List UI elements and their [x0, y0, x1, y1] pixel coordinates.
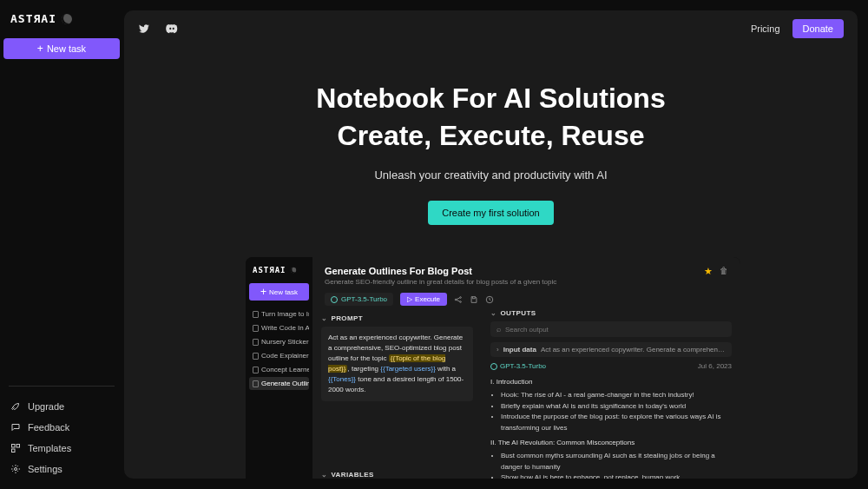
document-icon	[253, 325, 259, 332]
outline-bullet: Briefly explain what AI is and its signi…	[501, 401, 732, 413]
svg-point-3	[15, 468, 17, 471]
pricing-link[interactable]: Pricing	[751, 23, 780, 34]
play-icon: ▷	[407, 295, 412, 303]
preview-new-task-button[interactable]: + New task	[249, 283, 309, 301]
divider	[9, 386, 115, 387]
svg-point-5	[460, 296, 462, 298]
preview-task-item[interactable]: Turn Image to Ima…	[249, 307, 309, 320]
preview-brand-logo: ASTЯAI	[253, 266, 286, 274]
plus-icon: +	[37, 43, 43, 54]
star-icon[interactable]: ★	[704, 266, 713, 277]
preview-task-item[interactable]: Write Code In Any…	[249, 321, 309, 334]
svg-rect-2	[12, 449, 16, 453]
preview-task-item[interactable]: Generate Outlines…	[249, 377, 309, 390]
outline-bullet: Hook: The rise of AI - a real game-chang…	[501, 390, 732, 401]
main-panel: Pricing Donate Notebook For AI Solutions…	[124, 10, 858, 479]
app-sidebar: ASTЯAI + New task Upgrade Feedback Templ…	[0, 0, 123, 489]
templates-icon	[10, 443, 21, 453]
search-output-box[interactable]: ⌕	[490, 321, 732, 337]
chat-icon	[10, 422, 21, 433]
outline-bullet: Bust common myths surrounding AI such as…	[501, 451, 732, 473]
outline-bullet: Show how AI is here to enhance, not repl…	[501, 472, 732, 479]
document-icon	[253, 353, 259, 360]
preview-task-subtitle: Generate SEO-friendly outline in great d…	[325, 278, 556, 286]
theme-toggle-icon[interactable]	[62, 14, 72, 24]
sidebar-item-settings[interactable]: Settings	[9, 461, 115, 477]
brand-logo: ASTЯAI	[10, 12, 56, 25]
search-output-input[interactable]	[505, 326, 726, 334]
preview-task-item[interactable]: Code Explainer	[249, 349, 309, 362]
hero-title-line2: Create, Execute, Reuse	[338, 120, 645, 151]
prompt-editor[interactable]: Act as an experienced copywriter. Genera…	[321, 327, 473, 401]
save-icon[interactable]	[470, 295, 478, 304]
output-date: Jul 6, 2023	[698, 362, 732, 370]
preview-theme-toggle-icon[interactable]	[290, 268, 295, 273]
preview-task-item[interactable]: Nursery Stickers D…	[249, 335, 309, 348]
outline-bullet: Introduce the purpose of the blog post: …	[501, 412, 732, 434]
chevron-down-icon[interactable]: ⌄	[321, 314, 327, 322]
document-icon	[253, 339, 259, 346]
document-icon	[253, 367, 259, 373]
svg-point-4	[455, 299, 457, 301]
twitter-icon[interactable]	[138, 23, 150, 35]
create-first-solution-button[interactable]: Create my first solution	[428, 201, 553, 225]
discord-icon[interactable]	[166, 23, 178, 35]
svg-rect-0	[12, 445, 16, 448]
model-ring-icon	[331, 296, 338, 303]
hero-subtitle: Unleash your creativity and productivity…	[124, 169, 858, 182]
preview-sidebar: ASTЯAI + New task Turn Image to Ima…Writ…	[246, 257, 312, 479]
donate-button[interactable]: Donate	[792, 19, 844, 38]
chevron-right-icon: ›	[496, 346, 499, 354]
svg-point-6	[460, 301, 462, 302]
preview-task-title: Generate Outlines For Blog Post	[325, 266, 556, 276]
trash-icon[interactable]: 🗑	[720, 266, 728, 277]
history-icon[interactable]	[485, 295, 494, 304]
input-data-row[interactable]: › Input data Act as an experienced copyw…	[490, 342, 732, 357]
document-icon	[253, 311, 259, 318]
product-preview: ASTЯAI + New task Turn Image to Ima…Writ…	[246, 257, 740, 479]
hero-title-line1: Notebook For AI Solutions	[316, 83, 665, 114]
plus-icon: +	[260, 287, 266, 297]
model-chip[interactable]: GPT-3.5-Turbo	[325, 293, 393, 306]
rocket-icon	[10, 401, 21, 412]
document-icon	[253, 380, 259, 387]
model-ring-icon	[490, 363, 497, 370]
output-outline: I. Introduction Hook: The rise of AI - a…	[490, 377, 732, 479]
new-task-button[interactable]: + New task	[3, 38, 120, 59]
chevron-down-icon[interactable]: ⌄	[490, 309, 496, 317]
svg-rect-1	[16, 445, 20, 448]
chevron-down-icon[interactable]: ⌄	[321, 471, 327, 479]
search-icon: ⌕	[496, 325, 501, 334]
preview-task-item[interactable]: Concept Learner	[249, 363, 309, 376]
sidebar-item-templates[interactable]: Templates	[9, 440, 115, 456]
execute-button[interactable]: ▷ Execute	[400, 293, 447, 306]
sidebar-item-feedback[interactable]: Feedback	[9, 420, 115, 435]
share-icon[interactable]	[454, 295, 463, 304]
sidebar-item-upgrade[interactable]: Upgrade	[9, 399, 115, 414]
new-task-label: New task	[47, 43, 86, 54]
gear-icon	[10, 464, 21, 474]
